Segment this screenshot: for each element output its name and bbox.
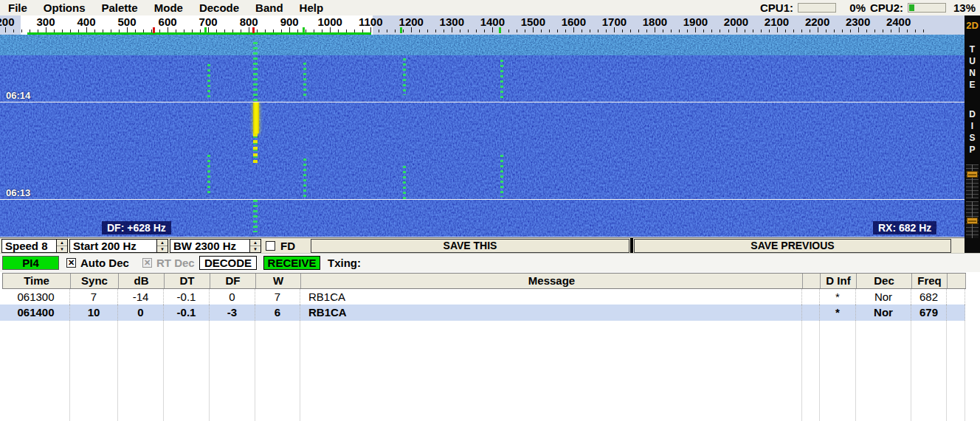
start-freq-field[interactable]: Start 200 Hz ▲▼ bbox=[69, 239, 168, 253]
waterfall-signal bbox=[253, 133, 258, 163]
table-cell: 0 bbox=[210, 289, 255, 305]
scale-tick bbox=[541, 29, 542, 32]
scale-tick bbox=[306, 29, 306, 32]
scale-label-900: 900 bbox=[280, 15, 299, 28]
fd-checkbox[interactable]: ✕ bbox=[266, 241, 275, 251]
scale-tick bbox=[761, 29, 762, 32]
scale-label-500: 500 bbox=[118, 15, 137, 28]
cpu2-value: 13% bbox=[950, 1, 976, 14]
scale-tick bbox=[127, 27, 128, 32]
table-header-dt: DT bbox=[165, 274, 210, 288]
start-up-button[interactable]: ▲ bbox=[157, 240, 168, 246]
menu-help[interactable]: Help bbox=[291, 1, 332, 14]
scale-label-2000: 2000 bbox=[724, 15, 748, 28]
waterfall-timestamp: 06:13 bbox=[6, 187, 30, 198]
scale-tick bbox=[883, 29, 883, 32]
auto-dec-checkbox[interactable]: ✕ bbox=[66, 258, 76, 268]
scale-tick bbox=[582, 29, 582, 32]
scale-marker bbox=[153, 27, 155, 33]
gain-slider-handle[interactable] bbox=[967, 171, 978, 178]
scale-tick bbox=[419, 29, 420, 32]
speed-field[interactable]: Speed 8 ▲▼ bbox=[1, 239, 68, 253]
waterfall-signal bbox=[403, 58, 406, 95]
scale-tick bbox=[86, 27, 87, 32]
scale-label-1000: 1000 bbox=[318, 15, 342, 28]
scale-tick bbox=[606, 29, 607, 32]
mode-pi4-button[interactable]: PI4 bbox=[2, 256, 59, 270]
2d-display-button[interactable]: 2D bbox=[965, 15, 980, 35]
scale-tick bbox=[30, 29, 30, 32]
scale-tick bbox=[891, 29, 891, 32]
contrast-slider-handle[interactable] bbox=[967, 218, 978, 224]
scale-tick bbox=[322, 29, 322, 32]
table-cell: Nor bbox=[856, 289, 911, 305]
scale-tick bbox=[777, 27, 778, 32]
scale-tick bbox=[5, 27, 6, 32]
disp-button[interactable]: D I S P bbox=[965, 108, 980, 156]
menu-palette[interactable]: Palette bbox=[94, 1, 146, 14]
scale-tick bbox=[249, 27, 249, 32]
table-header-spacer bbox=[948, 274, 966, 288]
start-down-button[interactable]: ▼ bbox=[157, 246, 168, 252]
scale-label-2200: 2200 bbox=[805, 15, 829, 28]
table-row[interactable]: 061400100-0.1-36RB1CA*Nor679 bbox=[0, 305, 965, 321]
scale-tick bbox=[769, 29, 770, 32]
save-previous-button[interactable]: SAVE PREVIOUS bbox=[634, 239, 951, 253]
tune-button[interactable]: T U N E bbox=[965, 44, 980, 91]
frequency-scale[interactable]: 2003004005006007008009001000110012001300… bbox=[0, 15, 965, 35]
scale-marker bbox=[252, 27, 255, 33]
menu-decode[interactable]: Decode bbox=[191, 1, 247, 14]
scale-tick bbox=[54, 29, 55, 32]
scale-tick bbox=[850, 29, 851, 32]
decode-button[interactable]: DECODE bbox=[199, 256, 257, 270]
menu-mode[interactable]: Mode bbox=[146, 1, 191, 14]
scale-label-200: 200 bbox=[0, 15, 14, 28]
menu-file[interactable]: File bbox=[0, 1, 35, 14]
scale-marker bbox=[499, 27, 501, 33]
save-this-button[interactable]: SAVE THIS bbox=[311, 239, 629, 253]
scale-tick bbox=[679, 29, 680, 32]
rt-dec-label: RT Dec bbox=[156, 256, 195, 270]
table-cell: RB1CA bbox=[300, 305, 802, 321]
scale-tick bbox=[257, 29, 258, 32]
table-header-dec: Dec bbox=[857, 274, 912, 288]
scale-tick bbox=[224, 29, 225, 32]
scale-tick bbox=[184, 29, 184, 32]
scale-label-1700: 1700 bbox=[602, 15, 627, 28]
scale-tick bbox=[785, 29, 786, 32]
scale-tick bbox=[711, 29, 712, 32]
auto-dec-label: Auto Dec bbox=[80, 256, 129, 270]
menu-options[interactable]: Options bbox=[35, 1, 94, 14]
scale-label-400: 400 bbox=[77, 15, 96, 28]
scale-tick bbox=[614, 27, 615, 32]
scale-label-2100: 2100 bbox=[765, 15, 789, 28]
scale-tick bbox=[111, 29, 111, 32]
table-grid-line bbox=[911, 321, 947, 421]
contrast-slider[interactable] bbox=[966, 201, 979, 238]
start-freq-value: Start 200 Hz bbox=[70, 240, 156, 252]
scale-label-700: 700 bbox=[199, 15, 218, 28]
cpu2-meter bbox=[908, 3, 946, 13]
gain-slider[interactable] bbox=[966, 164, 979, 198]
bandwidth-field[interactable]: BW 2300 Hz ▲▼ bbox=[170, 239, 261, 253]
table-row[interactable]: 0613007-14-0.107RB1CA*Nor682 bbox=[0, 289, 965, 305]
scale-tick bbox=[452, 27, 452, 32]
table-grid-line bbox=[947, 321, 965, 421]
speed-up-button[interactable]: ▲ bbox=[57, 240, 67, 246]
waterfall-signal bbox=[303, 159, 306, 197]
bw-down-button[interactable]: ▼ bbox=[250, 246, 260, 252]
bw-up-button[interactable]: ▲ bbox=[250, 240, 260, 246]
scale-label-1400: 1400 bbox=[480, 15, 505, 28]
waterfall-display[interactable]: 06:1406:13 DF: +628 Hz RX: 682 Hz bbox=[0, 35, 965, 237]
speed-down-button[interactable]: ▼ bbox=[57, 246, 67, 252]
scale-tick bbox=[143, 29, 144, 32]
scale-marker bbox=[303, 27, 305, 33]
scale-tick bbox=[923, 29, 924, 32]
scale-tick bbox=[720, 29, 720, 32]
waterfall-side-panel: T U N E D I S P bbox=[965, 35, 980, 253]
table-grid-line bbox=[802, 321, 820, 421]
receive-button[interactable]: RECEIVE bbox=[263, 256, 320, 270]
fd-label: FD bbox=[280, 239, 295, 253]
menu-band[interactable]: Band bbox=[247, 1, 291, 14]
waterfall-signal bbox=[253, 42, 258, 101]
